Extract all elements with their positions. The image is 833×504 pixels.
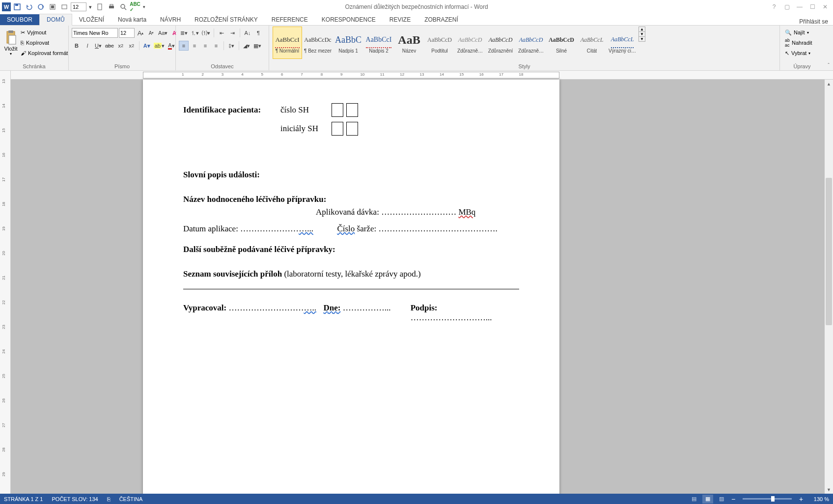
view-web-button[interactable]: ▨ bbox=[716, 495, 727, 504]
zoom-out-button[interactable]: − bbox=[730, 495, 737, 503]
scroll-down-button[interactable]: ▼ bbox=[825, 485, 833, 494]
status-proof-icon[interactable]: ⎘ bbox=[107, 496, 111, 502]
qat-newdoc-icon[interactable] bbox=[94, 1, 105, 12]
bullets-button[interactable]: ≣▾ bbox=[179, 28, 189, 38]
qat-dropdown-icon[interactable]: ▾ bbox=[87, 1, 93, 12]
text-effects-button[interactable]: A▾ bbox=[142, 41, 152, 51]
paste-button[interactable]: Vložit ▾ bbox=[3, 27, 19, 59]
style-item-1[interactable]: AaBbCcDc¶ Bez mezer bbox=[303, 27, 333, 59]
style-item-7[interactable]: AaBbCcDZdůraznění bbox=[486, 27, 515, 59]
tab-home[interactable]: DOMŮ bbox=[39, 14, 72, 26]
tab-design[interactable]: NÁVRH bbox=[153, 14, 188, 25]
outdent-button[interactable]: ⇤ bbox=[217, 28, 226, 38]
bold-button[interactable]: B bbox=[72, 41, 82, 51]
zoom-level[interactable]: 130 % bbox=[807, 496, 829, 502]
indent-button[interactable]: ⇥ bbox=[227, 28, 237, 38]
tab-review[interactable]: REVIZE bbox=[383, 14, 417, 25]
maximize-icon[interactable]: ☐ bbox=[806, 2, 818, 12]
horizontal-ruler[interactable]: 123456789101112131415161718 bbox=[11, 71, 833, 80]
status-words[interactable]: POČET SLOV: 134 bbox=[52, 496, 98, 502]
status-page[interactable]: STRÁNKA 1 Z 1 bbox=[4, 496, 43, 502]
qat-redo-icon[interactable] bbox=[35, 1, 46, 12]
shading-button[interactable]: ◢▾ bbox=[242, 41, 251, 51]
strike-button[interactable]: abc bbox=[104, 41, 115, 51]
vertical-scrollbar[interactable]: ▲ ▼ bbox=[825, 80, 833, 494]
grow-font-button[interactable]: A▴ bbox=[136, 28, 145, 38]
zoom-knob[interactable] bbox=[771, 496, 775, 502]
style-item-9[interactable]: AaBbCcDSilné bbox=[547, 27, 576, 59]
paste-label: Vložit bbox=[4, 46, 18, 52]
styles-more-button[interactable]: ▼ bbox=[639, 37, 645, 41]
style-item-2[interactable]: AaBbCNadpis 1 bbox=[333, 27, 363, 59]
sort-button[interactable]: A↓ bbox=[243, 28, 252, 38]
qat-save-icon[interactable] bbox=[12, 1, 23, 12]
zoom-slider[interactable] bbox=[743, 498, 792, 500]
ribbon-options-icon[interactable]: ▢ bbox=[781, 2, 793, 12]
subscript-button[interactable]: x2 bbox=[116, 41, 126, 51]
highlight-button[interactable]: ab▾ bbox=[153, 41, 166, 51]
line-spacing-button[interactable]: ‡▾ bbox=[226, 41, 236, 51]
vertical-ruler[interactable]: 1314151617181920212223242526272829 bbox=[0, 71, 11, 494]
collapse-ribbon-button[interactable]: ˆ bbox=[824, 26, 833, 70]
qat-fontsize-input[interactable] bbox=[71, 2, 86, 11]
style-item-4[interactable]: AaBNázev bbox=[394, 27, 424, 59]
shrink-font-button[interactable]: A▾ bbox=[146, 28, 156, 38]
find-button[interactable]: 🔍Najít▾ bbox=[783, 28, 811, 37]
borders-button[interactable]: ▦▾ bbox=[252, 41, 262, 51]
close-icon[interactable]: ✕ bbox=[819, 2, 831, 12]
style-item-5[interactable]: AaBbCcDPodtitul bbox=[425, 27, 454, 59]
scroll-up-button[interactable]: ▲ bbox=[825, 80, 833, 88]
document-page[interactable]: Identifikace pacienta: číslo SH iniciály… bbox=[143, 80, 559, 494]
numbering-button[interactable]: ⒈▾ bbox=[190, 28, 200, 38]
tab-layout[interactable]: ROZLOŽENÍ STRÁNKY bbox=[188, 14, 265, 25]
qat-more-icon[interactable]: ▾ bbox=[141, 1, 146, 12]
style-item-0[interactable]: AaBbCcI¶ Normální bbox=[273, 27, 302, 59]
italic-button[interactable]: I bbox=[83, 41, 92, 51]
style-item-8[interactable]: AaBbCcDZdůrazně… bbox=[516, 27, 546, 59]
copy-button[interactable]: ⎘Kopírovat bbox=[19, 38, 70, 48]
cut-button[interactable]: ✂Vyjmout bbox=[19, 28, 70, 37]
font-size-combo[interactable] bbox=[119, 28, 135, 38]
view-read-button[interactable]: ▤ bbox=[689, 495, 699, 504]
scroll-thumb[interactable] bbox=[826, 178, 832, 325]
qat-custom1-icon[interactable] bbox=[47, 1, 58, 12]
superscript-button[interactable]: x2 bbox=[127, 41, 137, 51]
show-marks-button[interactable]: ¶ bbox=[253, 28, 263, 38]
font-name-combo[interactable] bbox=[72, 28, 118, 38]
tab-references[interactable]: REFERENCE bbox=[265, 14, 315, 25]
multilevel-button[interactable]: ⑴▾ bbox=[201, 28, 211, 38]
justify-button[interactable]: ≡ bbox=[211, 41, 221, 51]
qat-undo-icon[interactable] bbox=[24, 1, 34, 12]
help-icon[interactable]: ? bbox=[768, 2, 780, 12]
styles-up-button[interactable]: ▲ bbox=[639, 27, 645, 32]
style-item-3[interactable]: AaBbCcINadpis 2 bbox=[364, 27, 393, 59]
status-language[interactable]: ČEŠTINA bbox=[119, 496, 143, 502]
style-item-11[interactable]: AaBbCcLVýrazný ci… bbox=[608, 27, 637, 59]
align-left-button[interactable]: ≡ bbox=[179, 41, 189, 51]
tab-file[interactable]: SOUBOR bbox=[0, 14, 39, 25]
select-button[interactable]: ↖Vybrat▾ bbox=[783, 48, 812, 58]
qat-custom2-icon[interactable] bbox=[59, 1, 70, 12]
align-right-button[interactable]: ≡ bbox=[200, 41, 210, 51]
change-case-button[interactable]: Aa▾ bbox=[157, 28, 168, 38]
align-center-button[interactable]: ≡ bbox=[190, 41, 199, 51]
qat-preview-icon[interactable] bbox=[118, 1, 129, 12]
styles-gallery[interactable]: AaBbCcI¶ NormálníAaBbCcDc¶ Bez mezerAaBb… bbox=[272, 27, 638, 59]
tab-insert[interactable]: VLOŽENÍ bbox=[72, 14, 111, 25]
style-item-10[interactable]: AaBbCcLCitát bbox=[577, 27, 607, 59]
view-print-button[interactable]: ▦ bbox=[702, 495, 713, 504]
zoom-in-button[interactable]: + bbox=[798, 495, 805, 503]
style-item-6[interactable]: AaBbCcDZdůrazně… bbox=[455, 27, 485, 59]
qat-print-icon[interactable] bbox=[106, 1, 117, 12]
underline-button[interactable]: U▾ bbox=[93, 41, 103, 51]
format-painter-button[interactable]: 🖌Kopírovat formát bbox=[19, 48, 70, 58]
font-color-button[interactable]: A▾ bbox=[167, 41, 176, 51]
styles-down-button[interactable]: ▼ bbox=[639, 32, 645, 37]
tab-view[interactable]: ZOBRAZENÍ bbox=[417, 14, 465, 25]
tab-newtab[interactable]: Nová karta bbox=[111, 14, 153, 25]
signin-link[interactable]: Přihlásit se bbox=[799, 18, 828, 25]
tab-mail[interactable]: KORESPONDENCE bbox=[315, 14, 383, 25]
replace-button[interactable]: abacNahradit bbox=[783, 38, 814, 48]
qat-spellcheck-icon[interactable]: ABC✓ bbox=[130, 1, 140, 12]
minimize-icon[interactable]: — bbox=[794, 2, 805, 12]
